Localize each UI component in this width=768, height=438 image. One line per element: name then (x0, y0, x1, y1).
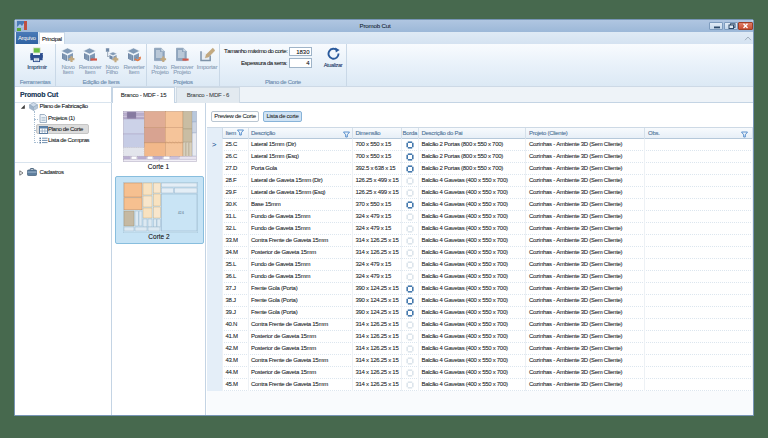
svg-text:42.6: 42.6 (178, 211, 184, 215)
